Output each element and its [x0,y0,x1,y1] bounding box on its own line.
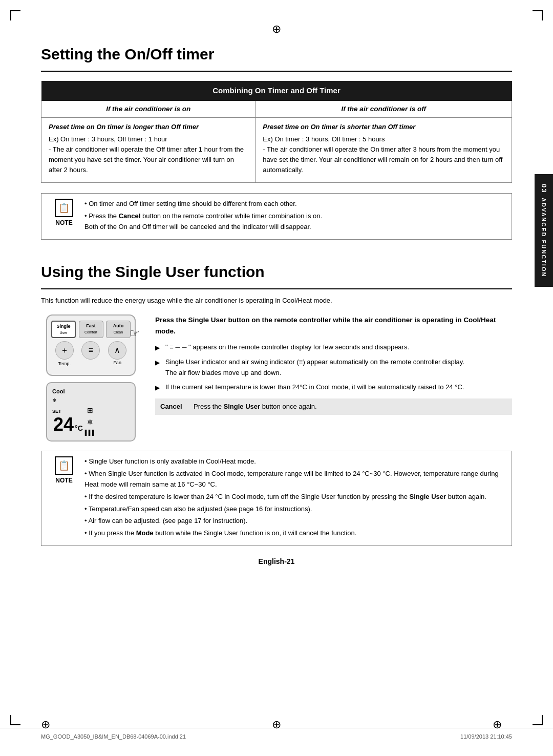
hand-icon: ☞ [130,325,140,342]
bullet-item-1: ▶ " ≡ ─ ─ " appears on the remote contro… [155,342,512,353]
note2-bullet-4: • Temperature/Fan speed can also be adju… [84,504,504,515]
corner-mark-tl [10,10,20,20]
note-box-2: 📋 NOTE • Single User function is only av… [41,451,512,546]
note-icon: 📋 [55,199,73,217]
remote-signal-icon: ▌▌▌ [85,429,96,436]
page-number: English-21 [41,556,512,567]
remote-icons-right: ⊞ ❄ ▌▌▌ [85,405,96,436]
top-compass-icon: ⊕ [41,20,512,37]
remote-grid-icon: ⊞ [87,405,93,416]
bullet-item-2: ▶ Single User indicator and air swing in… [155,357,512,379]
remote-temp-label: Temp. [58,361,71,368]
col2-example: Ex) On timer : 3 hours, Off timer : 5 ho… [263,135,385,143]
note-bullet-2: • Press the Cancel button on the remote … [84,211,322,233]
cancel-text: Press the Single User button once again. [194,402,317,412]
sidebar-tab: 03 ADVANCED FUNCTION [535,174,553,287]
section1: Setting the On/Off timer Combining On Ti… [41,43,512,240]
note2-bullet-5: • Air flow can be adjusted. (see page 17… [84,516,504,527]
section2-intro: Press the Single User button on the remo… [155,314,512,337]
remote-snowflake-top: ❄ [52,396,56,404]
timer-table-header: Combining On Timer and Off Timer [41,81,512,101]
bullet-arrow-3: ▶ [155,383,162,393]
remote-btn-fast-comfort: FastComfort [79,321,103,338]
note-icon-area-2: 📋 NOTE [49,456,79,540]
remote-mid-row: ＋ Temp. ≡ ∧ Fan [51,341,131,368]
bullet-arrow-2: ▶ [155,358,162,368]
timer-col1-header: If the air conditioner is on [41,101,256,118]
bullet-text-1: " ≡ ─ ─ " appears on the remote controll… [165,342,512,353]
section1-title: Setting the On/Off timer [41,43,512,72]
col2-bullet: - The air conditioner will operate the O… [263,145,502,174]
note2-bullet-6: • If you press the Mode button while the… [84,528,504,539]
note-icon-2: 📋 [55,456,73,475]
remote-wave-icon: ❄ [87,417,93,428]
section2-desc: This function will reduce the energy usa… [41,296,512,306]
remote-plus-btn[interactable]: ＋ [55,341,74,360]
remote-cool-label: Cool [52,387,65,396]
col1-bullet: - The air conditioner will operate the O… [49,145,244,174]
remote-btn-auto-clean: AutoClean [106,321,131,338]
remote-btn-single-user: SingleUser [51,321,76,338]
timer-table: Combining On Timer and Off Timer If the … [41,81,512,183]
remote-display-row: SET 24 °C ⊞ ❄ ▌▌▌ [52,405,96,436]
remote-fan-label: Fan [113,360,121,367]
note-content-2: • Single User function is only available… [84,456,504,540]
col1-example: Ex) On timer : 3 hours, Off timer : 1 ho… [49,135,167,143]
corner-mark-tr [533,10,543,20]
cancel-row: Cancel Press the Single User button once… [155,398,512,415]
timer-col1-content: Preset time on On timer is longer than O… [41,117,256,183]
section2-content: SingleUser FastComfort AutoClean ＋ Temp. [41,314,512,442]
remote-celsius: °C [75,423,83,434]
remote-temperature: 24 [53,415,74,434]
section2-title: Using the Single User function [41,260,512,289]
sidebar-number: 03 [539,184,549,193]
note-bullet-1: • On timer and Off timer setting time sh… [84,199,322,209]
timer-col2-content: Preset time on On timer is shorter than … [256,117,512,183]
note-box-1: 📋 NOTE • On timer and Off timer setting … [41,193,512,239]
bullet-text-3: If the current set temperature is lower … [165,382,512,393]
bullet-text-2: Single User indicator and air swing indi… [165,357,512,379]
note2-bullet-1: • Single User function is only available… [84,456,504,467]
col1-sub-bold: Preset time on On timer is longer than O… [49,122,248,132]
sidebar-text: ADVANCED FUNCTION [540,198,548,277]
remote-swing-btn[interactable]: ≡ [81,341,100,360]
footer-left: MG_GOOD_A3050_IB&IM_EN_DB68-04069A-00.in… [41,732,186,741]
note2-bullet-2: • When Single User function is activated… [84,469,504,490]
corner-mark-br [533,715,543,725]
note-content-1: • On timer and Off timer setting time sh… [84,199,322,234]
remote-bottom: Cool ❄ SET 24 °C ⊞ ❄ ▌ [46,382,136,442]
note-label-2: NOTE [55,476,72,485]
page-footer: MG_GOOD_A3050_IB&IM_EN_DB68-04069A-00.in… [0,728,553,741]
note-label: NOTE [55,218,72,227]
timer-col2-header: If the air conditioner is off [256,101,512,118]
right-content: Press the Single User button on the remo… [155,314,512,442]
bullet-item-3: ▶ If the current set temperature is lowe… [155,382,512,393]
col2-sub-bold: Preset time on On timer is shorter than … [263,122,504,132]
remote-top: SingleUser FastComfort AutoClean ＋ Temp. [46,314,136,376]
remote-fan-btn[interactable]: ∧ [108,341,126,360]
cancel-label: Cancel [160,402,188,412]
corner-mark-bl [10,715,20,725]
remote-image-area: SingleUser FastComfort AutoClean ＋ Temp. [41,314,141,442]
note2-bullet-3: • If the desired temperature is lower th… [84,492,504,502]
footer-right: 11/09/2013 21:10:45 [460,732,512,741]
section2: Using the Single User function This func… [41,260,512,567]
bullet-arrow-1: ▶ [155,343,162,353]
note-icon-area: 📋 NOTE [49,199,79,234]
remote-top-row: SingleUser FastComfort AutoClean [51,321,131,338]
